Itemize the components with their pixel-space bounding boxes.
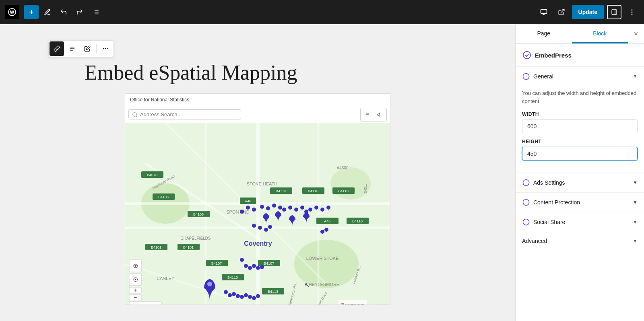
svg-point-93: [278, 206, 282, 210]
svg-point-105: [264, 228, 268, 232]
general-description: You can adjust the width and height of e…: [522, 89, 638, 105]
section-general-header[interactable]: General ▲: [516, 67, 644, 86]
svg-point-101: [320, 208, 324, 212]
height-input[interactable]: [522, 147, 638, 160]
section-ads-header[interactable]: Ads Settings ▼: [516, 173, 644, 192]
ads-title: Ads Settings: [533, 179, 565, 186]
svg-text:Coventry: Coventry: [244, 240, 272, 247]
add-block-button[interactable]: +: [24, 5, 39, 19]
tab-page[interactable]: Page: [516, 25, 572, 43]
embedpress-title: EmbedPress: [535, 52, 572, 59]
list-view-button[interactable]: [89, 5, 103, 19]
svg-text:+: +: [134, 287, 137, 293]
svg-text:B4076: B4076: [147, 173, 157, 177]
svg-point-100: [314, 206, 318, 210]
svg-text:−: −: [134, 294, 137, 300]
svg-point-110: [252, 264, 256, 268]
width-input[interactable]: [522, 119, 638, 133]
svg-point-119: [248, 295, 252, 299]
svg-point-106: [268, 225, 272, 229]
svg-text:B4101: B4101: [183, 245, 194, 249]
main-toolbar: W + Update: [0, 0, 644, 24]
update-button[interactable]: Update: [572, 5, 604, 19]
svg-point-23: [133, 113, 136, 116]
wp-logo[interactable]: W: [5, 5, 19, 19]
svg-text:B4113: B4113: [276, 189, 286, 193]
section-general: General ▲ You can adjust the width and h…: [516, 67, 644, 173]
section-ads-settings: Ads Settings ▼: [516, 173, 644, 193]
embed-block-button[interactable]: [50, 41, 64, 56]
svg-text:A46: A46: [245, 199, 251, 203]
svg-text:B4110: B4110: [227, 276, 238, 280]
map-search[interactable]: [128, 109, 241, 119]
advanced-chevron: ▼: [633, 238, 638, 244]
svg-rect-12: [612, 10, 617, 14]
page-title[interactable]: Embed eSpatial Mapping: [85, 60, 431, 85]
svg-text:B4110: B4110: [338, 189, 349, 193]
svg-text:CHAPELFIELDS: CHAPELFIELDS: [180, 236, 211, 241]
undo-button[interactable]: [56, 5, 71, 19]
svg-text:B4113: B4113: [268, 290, 278, 294]
svg-point-114: [228, 293, 232, 297]
section-content-protection: Content Protection ▼: [516, 193, 644, 212]
svg-text:A46: A46: [324, 219, 330, 223]
more-options-button[interactable]: [625, 5, 639, 19]
svg-point-90: [260, 205, 264, 209]
svg-text:⊙: ⊙: [133, 276, 138, 283]
ons-label: Office for National Statistics: [130, 97, 189, 103]
block-toolbar: [48, 40, 114, 57]
height-label: HEIGHT: [522, 139, 638, 144]
sidebar-toggle-button[interactable]: [607, 5, 621, 19]
svg-point-102: [326, 206, 330, 210]
section-advanced-header-left: Advanced: [522, 238, 547, 244]
section-social-share-header[interactable]: Social Share ▼: [516, 212, 644, 232]
section-social-share: Social Share ▼: [516, 212, 644, 232]
svg-point-123: [320, 230, 324, 234]
section-advanced-header[interactable]: Advanced ▼: [516, 232, 644, 250]
svg-point-109: [248, 266, 252, 270]
map-svg-area[interactable]: B4076 B4106 B4106 B4101 B4101 B4107 B410…: [125, 123, 390, 305]
svg-point-121: [256, 294, 260, 298]
svg-rect-134: [129, 302, 161, 305]
svg-point-118: [244, 293, 248, 297]
svg-text:STOKE HEATH: STOKE HEATH: [247, 181, 278, 186]
svg-marker-31: [378, 113, 380, 116]
width-label: WIDTH: [522, 111, 638, 117]
svg-point-94: [282, 208, 286, 212]
edit-button[interactable]: [80, 41, 95, 56]
tools-button[interactable]: [40, 5, 55, 19]
block-more-button[interactable]: [98, 41, 113, 56]
svg-point-113: [224, 290, 228, 294]
svg-point-15: [632, 12, 632, 12]
embedpress-icon: [522, 50, 532, 60]
content-protection-icon: [522, 198, 530, 206]
svg-point-97: [300, 206, 304, 210]
svg-point-14: [632, 10, 632, 10]
tab-block[interactable]: Block: [572, 25, 628, 43]
embedpress-header: EmbedPress: [516, 44, 644, 67]
svg-text:↖: ↖: [304, 282, 310, 288]
section-general-header-left: General: [522, 72, 553, 80]
sidebar-close-button[interactable]: ×: [628, 24, 644, 43]
svg-text:B4107: B4107: [211, 261, 222, 265]
svg-line-24: [136, 116, 137, 117]
redo-button[interactable]: [72, 5, 87, 19]
editor-area: Embed eSpatial Mapping Office for Nation…: [0, 24, 515, 321]
svg-text:B4106: B4106: [158, 195, 169, 199]
align-button[interactable]: [65, 41, 79, 56]
svg-point-112: [260, 265, 264, 269]
svg-text:🪟 Microsoft Azure: 🪟 Microsoft Azure: [341, 303, 364, 305]
svg-point-21: [107, 48, 107, 49]
address-search-input[interactable]: [140, 111, 213, 117]
map-list-button[interactable]: [361, 108, 374, 121]
svg-text:SPON END: SPON END: [226, 210, 250, 214]
general-chevron: ▲: [633, 74, 638, 79]
view-button[interactable]: [537, 5, 551, 19]
preview-button[interactable]: [554, 5, 569, 19]
section-content-protection-header[interactable]: Content Protection ▼: [516, 193, 644, 212]
svg-text:B4106: B4106: [193, 212, 204, 216]
social-share-icon: [522, 218, 530, 226]
svg-line-11: [561, 9, 564, 12]
svg-text:⤴: ⤴: [282, 304, 285, 305]
map-audio-button[interactable]: [374, 108, 386, 121]
